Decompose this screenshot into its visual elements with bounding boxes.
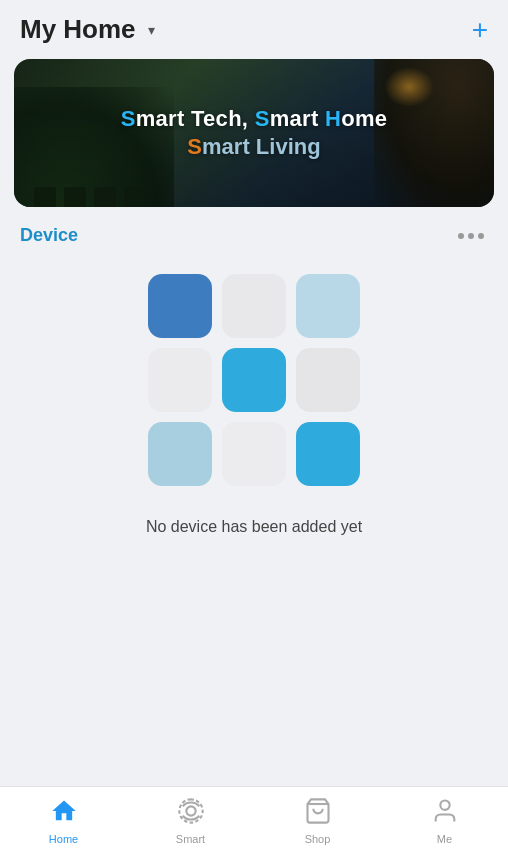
- hero-text-line1: Smart Tech, Smart Home: [121, 106, 388, 132]
- device-label: Device: [20, 225, 78, 246]
- device-placeholder-grid: [148, 274, 360, 486]
- grid-cell-5: [222, 348, 286, 412]
- nav-label-smart: Smart: [176, 833, 205, 845]
- nav-label-me: Me: [437, 833, 452, 845]
- nav-item-me[interactable]: Me: [381, 797, 508, 845]
- nav-label-shop: Shop: [305, 833, 331, 845]
- svg-point-0: [186, 806, 195, 815]
- nav-item-home[interactable]: Home: [0, 797, 127, 845]
- header-left: My Home ▾: [20, 14, 155, 45]
- grid-cell-2: [222, 274, 286, 338]
- chair2: [64, 187, 86, 207]
- device-section-header: Device: [0, 207, 508, 254]
- more-options-button[interactable]: [454, 229, 488, 243]
- dot2: [468, 233, 474, 239]
- hero-s2: S: [255, 106, 270, 131]
- chairs-decoration: [34, 187, 146, 207]
- svg-point-2: [440, 801, 449, 810]
- nav-item-smart[interactable]: Smart: [127, 797, 254, 845]
- nav-label-home: Home: [49, 833, 78, 845]
- grid-cell-7: [148, 422, 212, 486]
- dot3: [478, 233, 484, 239]
- smart-icon: [177, 797, 205, 829]
- no-device-message: No device has been added yet: [146, 518, 362, 536]
- app-header: My Home ▾ +: [0, 0, 508, 59]
- home-icon: [50, 797, 78, 829]
- grid-cell-6: [296, 348, 360, 412]
- grid-cell-9: [296, 422, 360, 486]
- bottom-nav: Home Smart Shop: [0, 786, 508, 866]
- chair4: [124, 187, 146, 207]
- grid-cell-8: [222, 422, 286, 486]
- chevron-down-icon[interactable]: ▾: [148, 22, 155, 38]
- device-grid-area: No device has been added yet: [0, 254, 508, 546]
- add-button[interactable]: +: [472, 16, 488, 44]
- grid-cell-3: [296, 274, 360, 338]
- hero-banner: Smart Tech, Smart Home Smart Living: [14, 59, 494, 207]
- nav-item-shop[interactable]: Shop: [254, 797, 381, 845]
- hero-s1: S: [121, 106, 136, 131]
- dot1: [458, 233, 464, 239]
- page-title: My Home: [20, 14, 136, 45]
- hero-h: H: [325, 106, 341, 131]
- shop-icon: [304, 797, 332, 829]
- grid-cell-4: [148, 348, 212, 412]
- hero-scene-decoration: [14, 147, 494, 207]
- chair1: [34, 187, 56, 207]
- chair3: [94, 187, 116, 207]
- grid-cell-1: [148, 274, 212, 338]
- me-icon: [431, 797, 459, 829]
